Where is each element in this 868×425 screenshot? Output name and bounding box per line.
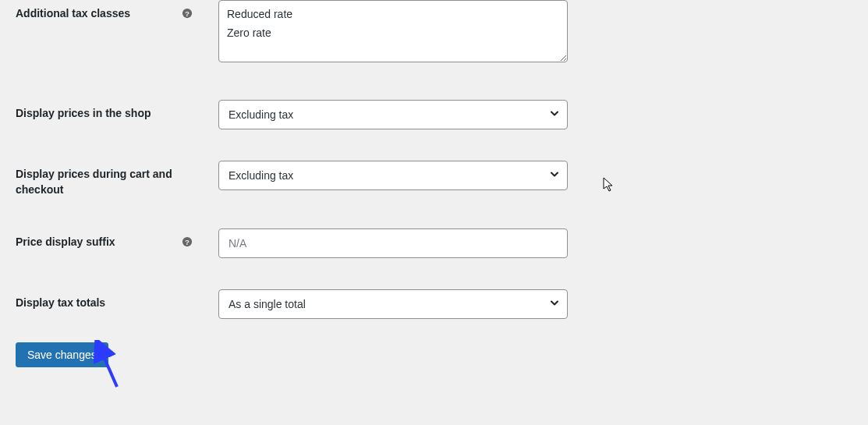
display-tax-totals-label: Display tax totals: [16, 296, 105, 311]
help-icon[interactable]: ?: [181, 236, 193, 248]
display-prices-shop-select[interactable]: Excluding tax: [218, 100, 568, 129]
additional-tax-classes-label: Additional tax classes: [16, 6, 130, 22]
save-changes-button[interactable]: Save changes: [16, 342, 108, 367]
svg-text:?: ?: [185, 238, 190, 246]
display-prices-cart-label: Display prices during cart and checkout: [16, 167, 179, 197]
svg-text:?: ?: [185, 9, 190, 18]
display-tax-totals-value: As a single total: [229, 298, 306, 310]
display-tax-totals-select[interactable]: As a single total: [218, 289, 568, 319]
additional-tax-classes-textarea[interactable]: [218, 0, 568, 62]
display-prices-shop-label: Display prices in the shop: [16, 106, 151, 122]
price-display-suffix-label: Price display suffix: [16, 235, 115, 250]
display-prices-shop-value: Excluding tax: [229, 108, 293, 121]
display-prices-cart-select[interactable]: Excluding tax: [218, 161, 568, 190]
display-prices-cart-value: Excluding tax: [229, 169, 293, 182]
help-icon[interactable]: ?: [181, 7, 193, 19]
price-display-suffix-input[interactable]: [218, 228, 568, 258]
